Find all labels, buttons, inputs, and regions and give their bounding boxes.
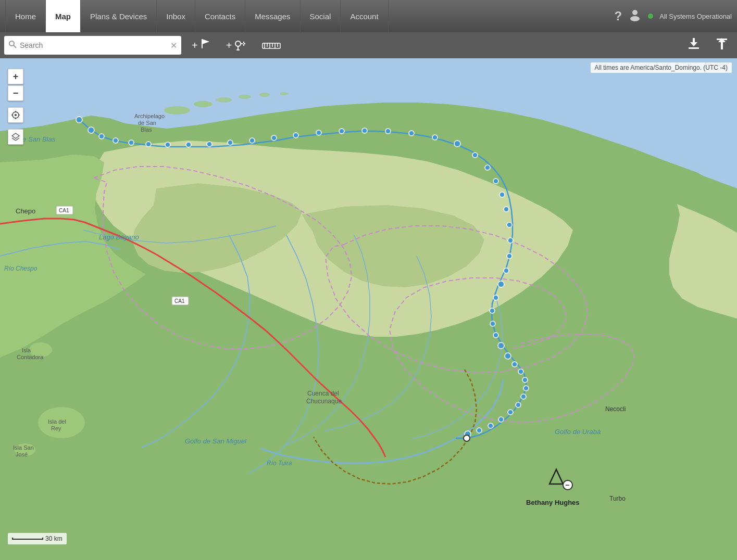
svg-text:Río Tuira: Río Tuira xyxy=(267,460,292,467)
svg-point-60 xyxy=(508,238,513,243)
svg-text:CA1: CA1 xyxy=(59,208,69,213)
svg-point-49 xyxy=(362,128,367,133)
svg-point-27 xyxy=(216,97,232,103)
nav-tab-social[interactable]: Social xyxy=(301,0,341,32)
svg-text:Isla: Isla xyxy=(22,347,31,353)
svg-marker-5 xyxy=(202,39,209,44)
svg-point-79 xyxy=(477,428,482,433)
add-flag-button[interactable]: + xyxy=(188,36,216,55)
svg-point-75 xyxy=(516,402,521,408)
svg-point-57 xyxy=(499,192,505,197)
flag-icon xyxy=(200,38,211,53)
svg-point-47 xyxy=(316,130,321,135)
svg-point-62 xyxy=(504,268,509,273)
svg-rect-23 xyxy=(721,42,723,49)
svg-text:Chepo: Chepo xyxy=(16,207,35,215)
nav-tab-messages[interactable]: Messages xyxy=(245,0,300,32)
nav-tab-home[interactable]: Home xyxy=(5,0,46,32)
nav-tab-plans-devices[interactable]: Plans & Devices xyxy=(81,0,157,32)
status-dot xyxy=(648,14,653,19)
map-container[interactable]: CA1 CA1 go de San Blas Archipelago de Sa… xyxy=(0,58,737,560)
svg-text:Río Chespo: Río Chespo xyxy=(4,265,38,272)
svg-text:Isla del: Isla del xyxy=(48,418,66,425)
svg-point-43 xyxy=(228,140,233,145)
svg-point-34 xyxy=(76,117,82,123)
svg-text:Rey: Rey xyxy=(51,425,61,431)
nav-tab-account[interactable]: Account xyxy=(341,0,388,32)
svg-text:Golfo de Urabá: Golfo de Urabá xyxy=(555,428,601,436)
nav-right: ? All Systems Operational xyxy=(615,8,732,24)
locate-me-button[interactable] xyxy=(8,107,23,123)
search-icon xyxy=(8,40,17,50)
user-icon[interactable] xyxy=(628,8,642,24)
svg-point-76 xyxy=(508,410,513,415)
svg-point-0 xyxy=(632,10,638,15)
map-background: CA1 CA1 go de San Blas Archipelago de Sa… xyxy=(0,58,737,560)
svg-point-41 xyxy=(186,142,191,147)
svg-point-2 xyxy=(9,41,14,46)
svg-point-38 xyxy=(129,140,134,145)
svg-text:Blas: Blas xyxy=(141,126,152,133)
svg-point-66 xyxy=(490,321,495,326)
search-input[interactable] xyxy=(20,41,170,49)
svg-text:José: José xyxy=(16,451,28,457)
svg-point-51 xyxy=(409,131,414,136)
svg-point-64 xyxy=(493,295,498,300)
svg-point-26 xyxy=(194,101,213,107)
svg-point-72 xyxy=(522,377,528,383)
svg-point-52 xyxy=(432,135,438,140)
svg-point-71 xyxy=(518,369,523,374)
svg-text:Bethany Hughes: Bethany Hughes xyxy=(526,499,580,506)
svg-point-54 xyxy=(472,152,478,158)
clear-search-icon[interactable]: ✕ xyxy=(170,41,177,50)
svg-point-42 xyxy=(207,142,212,147)
svg-text:Isla San: Isla San xyxy=(13,444,34,451)
add-waypoint-button[interactable]: + xyxy=(222,37,252,54)
map-controls: + − xyxy=(8,69,23,145)
svg-text:−: − xyxy=(565,481,569,489)
svg-text:Necocli: Necocli xyxy=(605,405,626,413)
scale-line xyxy=(12,538,43,540)
svg-point-6 xyxy=(235,41,241,46)
svg-point-37 xyxy=(113,138,118,143)
share-button[interactable] xyxy=(711,35,733,56)
plus-flag-icon: + xyxy=(192,40,198,52)
zoom-in-button[interactable]: + xyxy=(8,69,23,84)
svg-point-63 xyxy=(498,281,504,287)
nav-tab-contacts[interactable]: Contacts xyxy=(195,0,245,32)
svg-point-56 xyxy=(493,179,498,184)
svg-point-40 xyxy=(165,142,170,147)
svg-text:CA1: CA1 xyxy=(174,298,185,304)
svg-rect-18 xyxy=(689,47,699,49)
svg-point-105 xyxy=(464,435,470,441)
plus-waypoint-icon: + xyxy=(226,40,232,52)
svg-point-45 xyxy=(271,135,277,141)
svg-text:Archipelago: Archipelago xyxy=(134,113,165,119)
svg-point-36 xyxy=(99,134,104,139)
navbar: Home Map Plans & Devices Inbox Contacts … xyxy=(0,0,737,32)
nav-tab-map[interactable]: Map xyxy=(46,0,81,32)
ruler-button[interactable] xyxy=(258,37,285,53)
time-notice: All times are America/Santo_Domingo. (UT… xyxy=(591,62,732,73)
help-icon[interactable]: ? xyxy=(615,9,622,23)
svg-point-61 xyxy=(507,253,512,259)
nav-tab-inbox[interactable]: Inbox xyxy=(157,0,195,32)
svg-point-73 xyxy=(523,386,529,391)
svg-point-48 xyxy=(339,129,344,134)
svg-point-65 xyxy=(490,308,495,313)
download-button[interactable] xyxy=(683,35,705,56)
zoom-out-button[interactable]: − xyxy=(8,85,23,101)
waypoint-icon xyxy=(234,40,247,51)
svg-point-74 xyxy=(521,394,526,399)
layers-button[interactable] xyxy=(8,129,23,145)
svg-point-70 xyxy=(512,362,517,367)
svg-point-25 xyxy=(164,106,190,114)
svg-point-111 xyxy=(15,114,17,116)
svg-text:Contadora: Contadora xyxy=(17,354,44,360)
svg-point-50 xyxy=(385,129,391,134)
svg-point-69 xyxy=(505,353,511,359)
svg-marker-116 xyxy=(12,133,19,138)
svg-point-59 xyxy=(507,222,512,227)
svg-point-46 xyxy=(293,133,298,138)
svg-point-29 xyxy=(259,93,270,97)
